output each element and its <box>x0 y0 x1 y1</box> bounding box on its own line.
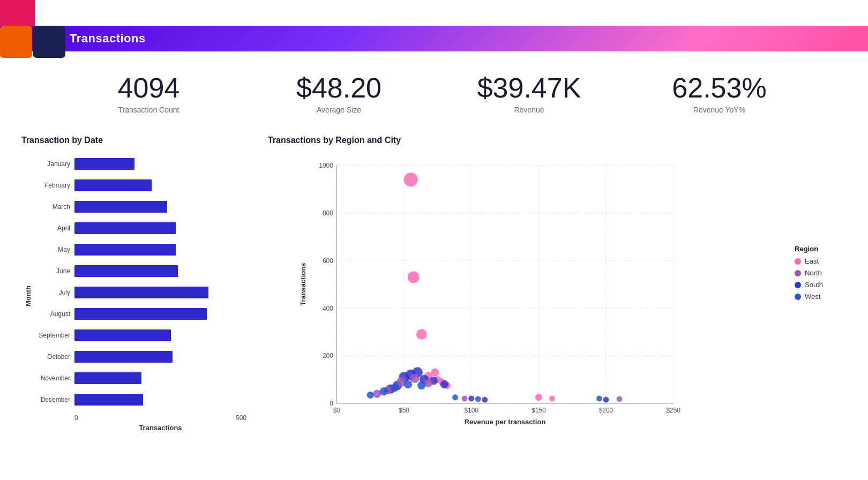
svg-text:1000: 1000 <box>319 162 333 169</box>
scatter-section: Transactions by Region and City 02004006… <box>268 136 847 432</box>
logo-orange <box>0 26 32 58</box>
legend-dot-south <box>795 282 801 288</box>
legend-label-east: East <box>805 257 819 265</box>
bar-fill <box>74 394 143 406</box>
bar-x-tick-500: 500 <box>236 414 246 422</box>
bar-fill <box>74 179 152 191</box>
svg-point-63 <box>596 396 602 402</box>
legend-title: Region <box>795 245 823 253</box>
bar-label: September <box>34 332 74 339</box>
svg-text:$100: $100 <box>464 407 478 414</box>
bar-row: June <box>34 261 246 281</box>
legend-dot-north <box>795 270 801 276</box>
bar-row: August <box>34 304 246 324</box>
logo-dark <box>33 26 65 58</box>
bar-y-axis-label: Month <box>24 269 32 306</box>
kpi-revenue-label: Revenue <box>434 106 624 114</box>
bar-label: May <box>34 246 74 253</box>
bar-x-axis-label: Transactions <box>139 424 182 432</box>
svg-point-36 <box>535 394 542 401</box>
bar-track <box>74 351 246 363</box>
kpi-revenue: $39.47K Revenue <box>434 73 624 114</box>
bar-fill <box>74 351 173 363</box>
bar-track <box>74 244 246 256</box>
kpi-transaction-count: 4094 Transaction Count <box>54 73 244 114</box>
svg-text:$50: $50 <box>399 407 409 414</box>
bar-row: July <box>34 282 246 303</box>
kpi-row: 4094 Transaction Count $48.20 Average Si… <box>0 57 868 125</box>
bar-fill <box>74 265 178 277</box>
kpi-average-size-value: $48.20 <box>244 73 434 103</box>
svg-point-30 <box>416 329 427 340</box>
svg-point-52 <box>410 374 419 383</box>
bar-fill <box>74 372 141 384</box>
bar-track <box>74 265 246 277</box>
kpi-average-size: $48.20 Average Size <box>244 73 434 114</box>
logo-pink-bg <box>0 0 35 26</box>
legend-item-west: West <box>795 292 823 301</box>
svg-point-54 <box>462 396 468 402</box>
svg-point-48 <box>603 397 609 403</box>
svg-point-28 <box>404 173 418 187</box>
bar-label: July <box>34 289 74 296</box>
legend-label-south: South <box>805 281 823 289</box>
bar-chart-title: Transaction by Date <box>21 136 246 145</box>
bar-track <box>74 179 246 191</box>
bar-row: October <box>34 347 246 367</box>
bar-fill <box>74 308 207 320</box>
bar-chart-section: Transaction by Date Month January Februa… <box>21 136 246 432</box>
kpi-transaction-count-label: Transaction Count <box>54 106 244 114</box>
kpi-revenue-value: $39.47K <box>434 73 624 103</box>
svg-point-56 <box>367 392 374 399</box>
svg-point-59 <box>404 380 412 388</box>
svg-point-61 <box>452 395 458 401</box>
svg-point-46 <box>468 396 474 402</box>
svg-text:$250: $250 <box>666 407 680 414</box>
svg-text:400: 400 <box>323 305 333 312</box>
bar-row: September <box>34 325 246 346</box>
scatter-chart-wrapper: 02004006008001000$0$50$100$150$200$250Tr… <box>268 154 847 432</box>
kpi-average-size-label: Average Size <box>244 106 434 114</box>
bar-fill <box>74 201 167 213</box>
svg-text:200: 200 <box>323 352 333 360</box>
scatter-svg: 02004006008001000$0$50$100$150$200$250Tr… <box>268 154 847 432</box>
svg-point-37 <box>549 396 555 402</box>
bar-track <box>74 222 246 234</box>
bar-label: April <box>34 224 74 232</box>
bar-row: March <box>34 197 246 217</box>
bar-track <box>74 287 246 298</box>
bar-label: March <box>34 203 74 211</box>
bar-label: October <box>34 353 74 361</box>
bar-row: December <box>34 389 246 410</box>
svg-point-57 <box>380 387 388 395</box>
svg-text:Transactions: Transactions <box>299 263 307 306</box>
legend-item-east: East <box>795 257 823 265</box>
bar-track <box>74 308 246 320</box>
svg-text:$150: $150 <box>532 407 546 414</box>
svg-point-32 <box>431 369 439 377</box>
svg-point-62 <box>475 396 481 402</box>
bar-fill <box>74 244 176 256</box>
charts-row: Transaction by Date Month January Februa… <box>0 125 868 443</box>
kpi-revenue-yoy: 62.53% Revenue YoY% <box>624 73 814 114</box>
bar-label: January <box>34 160 74 168</box>
svg-point-29 <box>408 272 420 283</box>
kpi-transaction-count-value: 4094 <box>54 73 244 103</box>
svg-point-60 <box>417 381 425 389</box>
bar-row: January <box>34 154 246 174</box>
svg-text:600: 600 <box>323 257 333 265</box>
legend-dot-west <box>795 294 801 300</box>
svg-text:Revenue per transaction: Revenue per transaction <box>465 418 546 426</box>
bar-track <box>74 329 246 341</box>
bar-row: May <box>34 239 246 260</box>
kpi-revenue-yoy-label: Revenue YoY% <box>624 106 814 114</box>
bar-track <box>74 158 246 170</box>
bar-track <box>74 201 246 213</box>
bar-label: November <box>34 374 74 382</box>
bar-row: November <box>34 368 246 388</box>
svg-point-55 <box>617 396 623 402</box>
svg-text:$200: $200 <box>599 407 613 414</box>
legend-dot-east <box>795 258 801 265</box>
svg-text:800: 800 <box>323 209 333 217</box>
legend-box: Region East North South West <box>787 239 830 310</box>
